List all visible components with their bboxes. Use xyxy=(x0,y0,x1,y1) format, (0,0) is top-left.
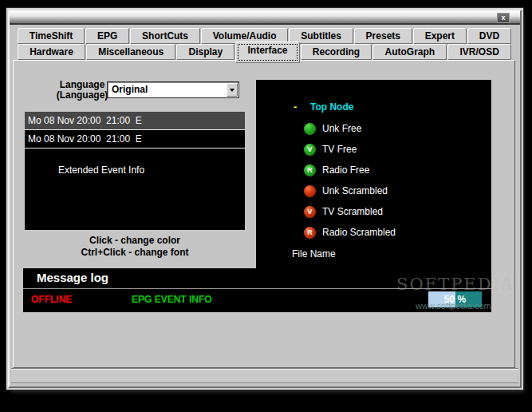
close-icon[interactable]: x xyxy=(497,13,510,23)
tree-item-unk-free[interactable]: Unk Free xyxy=(304,118,491,139)
epg-event-info-status: EPG EVENT INFO xyxy=(132,294,212,305)
tab-dvd[interactable]: DVD xyxy=(467,28,511,44)
watermark-text: SOFTPEDIA xyxy=(396,275,514,294)
tab-expert[interactable]: Expert xyxy=(413,28,467,44)
extended-event-info[interactable]: Extended Event Info xyxy=(25,164,245,176)
tree-item-unk-scrambled[interactable]: Unk Scrambled xyxy=(304,180,491,201)
tab-display[interactable]: Display xyxy=(176,44,234,60)
message-log-title: Message log xyxy=(37,271,108,284)
event-row[interactable]: Mo 08 Nov 20:00 21:00 E xyxy=(25,130,245,149)
settings-window: x TimeShift EPG ShortCuts Volume/Audio S… xyxy=(8,10,522,388)
tab-presets[interactable]: Presets xyxy=(354,28,412,44)
tab-epg[interactable]: EPG xyxy=(85,28,129,44)
radio-scrambled-icon: R xyxy=(304,227,316,239)
offline-status: OFFLINE xyxy=(31,294,72,305)
tree-item-radio-free[interactable]: R Radio Free xyxy=(304,160,491,180)
unk-free-icon xyxy=(304,123,316,135)
tab-miscellaneous[interactable]: Miscellaneous xyxy=(86,44,175,60)
tree-root-node[interactable]: - Top Node xyxy=(294,101,491,113)
tree-item-label[interactable]: TV Free xyxy=(322,144,357,155)
tree-item-label[interactable]: Radio Free xyxy=(322,164,369,176)
tree-item-radio-scrambled[interactable]: R Radio Scrambled xyxy=(304,222,491,243)
tab-ivr-osd[interactable]: IVR/OSD xyxy=(447,44,511,60)
color-font-hints: Click - change color Ctrl+Click - change… xyxy=(25,235,245,259)
tv-scrambled-icon: V xyxy=(304,206,316,218)
tree-item-tv-free[interactable]: V TV Free xyxy=(304,139,491,160)
tab-hardware[interactable]: Hardware xyxy=(18,44,85,60)
tree-item-tv-scrambled[interactable]: V TV Scrambled xyxy=(304,201,491,222)
collapse-minus-icon[interactable]: - xyxy=(294,103,302,111)
titlebar[interactable]: x xyxy=(10,11,520,25)
softpedia-url-watermark: www.softpedia.com xyxy=(416,301,491,311)
dropdown-button[interactable] xyxy=(227,83,238,97)
file-name-label[interactable]: File Name xyxy=(292,248,491,259)
tab-interface[interactable]: Interface xyxy=(235,42,299,63)
window-footer-strip xyxy=(11,368,518,383)
tab-autograph[interactable]: AutoGraph xyxy=(372,44,447,60)
chevron-down-icon xyxy=(230,89,234,92)
hint-click: Click - change color xyxy=(25,235,245,247)
interface-tab-page: Language (Language) Original Mo 08 Nov 2… xyxy=(13,60,515,368)
tree-root-label[interactable]: Top Node xyxy=(310,101,353,113)
event-row-selected[interactable]: Mo 08 Nov 20:00 21:00 E xyxy=(25,112,245,130)
language-dropdown-value: Original xyxy=(112,84,148,95)
channel-type-tree[interactable]: - Top Node Unk Free V TV Free R Radio Fr… xyxy=(256,80,491,268)
trademark-symbol: ™ xyxy=(514,278,521,285)
tab-bar: TimeShift EPG ShortCuts Volume/Audio Sub… xyxy=(18,28,512,60)
tab-shortcuts[interactable]: ShortCuts xyxy=(130,28,200,44)
tab-timeshift[interactable]: TimeShift xyxy=(18,28,85,44)
tree-item-label[interactable]: Radio Scrambled xyxy=(322,227,396,238)
radio-free-icon: R xyxy=(304,164,316,176)
tab-row-2: Hardware Miscellaneous Display Interface… xyxy=(18,44,512,60)
unk-scrambled-icon xyxy=(304,185,316,197)
tree-item-label[interactable]: Unk Free xyxy=(322,123,361,134)
epg-event-list[interactable]: Mo 08 Nov 20:00 21:00 E Mo 08 Nov 20:00 … xyxy=(25,112,245,230)
tree-item-label[interactable]: TV Scrambled xyxy=(322,206,383,217)
language-dropdown[interactable]: Original xyxy=(107,81,239,98)
tab-recording[interactable]: Recording xyxy=(301,44,372,60)
hint-ctrl-click: Ctrl+Click - change font xyxy=(25,247,245,259)
tree-item-label[interactable]: Unk Scrambled xyxy=(322,185,388,196)
softpedia-watermark: SOFTPEDIA™ xyxy=(396,275,521,294)
tv-free-icon: V xyxy=(304,144,316,156)
